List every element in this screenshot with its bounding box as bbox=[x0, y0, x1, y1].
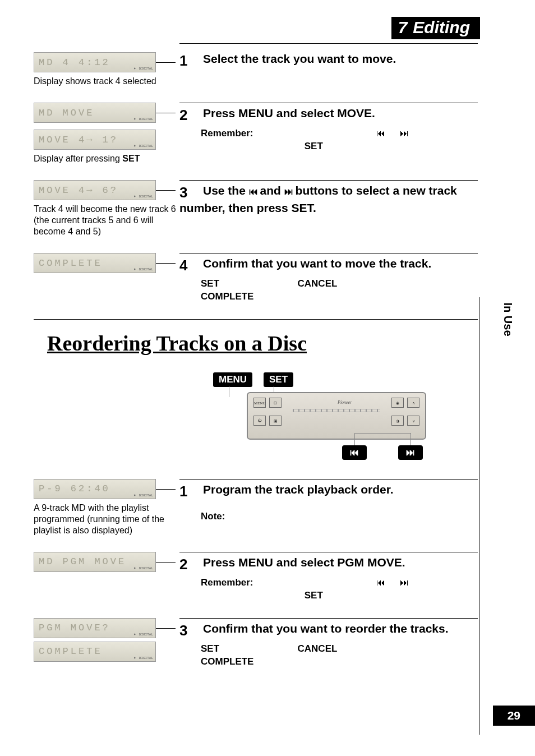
note-label: Note: bbox=[201, 511, 225, 522]
set-label: SET bbox=[305, 590, 323, 601]
set-callout: SET bbox=[264, 372, 293, 387]
lcd-text: COMPLETE bbox=[39, 258, 103, 269]
remote-button: ◉ bbox=[391, 398, 404, 408]
step-title: Confirm that you want to reorder the tra… bbox=[203, 622, 449, 635]
step-row: PGM MOVE? DIGITAL COMPLETE DIGITAL 3 Con… bbox=[34, 618, 478, 669]
step-title: Press MENU and select PGM MOVE. bbox=[203, 556, 405, 569]
step-title: Select the track you want to move. bbox=[203, 52, 396, 65]
remote-segment-bar bbox=[293, 409, 380, 412]
remote-menu-button: MENU bbox=[253, 398, 266, 408]
step-row: MD MOVE DIGITAL MOVE 4→ 1? DIGITAL Displ… bbox=[34, 103, 478, 164]
set-label: SET bbox=[305, 141, 323, 151]
complete-label: COMPLETE bbox=[201, 656, 253, 667]
lcd-display: MOVE 4→ 6? DIGITAL bbox=[34, 180, 156, 200]
side-label: In Use bbox=[501, 302, 514, 336]
step-number: 2 bbox=[179, 107, 201, 124]
digital-badge: DIGITAL bbox=[133, 631, 153, 637]
digital-badge: DIGITAL bbox=[133, 266, 153, 271]
next-track-icon: ⏭ bbox=[400, 578, 408, 587]
lcd-caption: Track 4 will become the new track 6 (the… bbox=[34, 204, 179, 237]
step-number: 3 bbox=[179, 622, 201, 639]
digital-badge: DIGITAL bbox=[133, 193, 153, 199]
step-row: MD 4 4:12 DIGITAL Display shows track 4 … bbox=[34, 52, 478, 87]
page-number: 29 bbox=[493, 706, 535, 726]
set-label: SET bbox=[201, 643, 219, 654]
prev-callout: ⏮ bbox=[342, 445, 367, 460]
step-number: 4 bbox=[179, 257, 201, 274]
lcd-text: MD 4 4:12 bbox=[39, 57, 110, 68]
remote-down-button: ∨ bbox=[407, 416, 419, 426]
step-title: Program the track playback order. bbox=[203, 483, 394, 496]
remote-power-button: ⏻ bbox=[253, 416, 266, 426]
brand-label: Pioneer bbox=[338, 400, 352, 405]
page-content: MD 4 4:12 DIGITAL Display shows track 4 … bbox=[0, 0, 478, 669]
chapter-title: Editing bbox=[413, 18, 470, 36]
remember-label: Remember: bbox=[201, 577, 253, 588]
step-row: MD PGM MOVE DIGITAL 2 Press MENU and sel… bbox=[34, 552, 478, 602]
digital-badge: DIGITAL bbox=[133, 655, 153, 660]
section-title: Reordering Tracks on a Disc bbox=[47, 331, 478, 356]
digital-badge: DIGITAL bbox=[133, 116, 153, 121]
step-title: Confirm that you want to move the track. bbox=[203, 257, 431, 270]
lcd-display: MD 4 4:12 DIGITAL bbox=[34, 52, 156, 72]
lcd-display: P-9 62:40 DIGITAL bbox=[34, 479, 156, 499]
step-title: Press MENU and select MOVE. bbox=[203, 107, 375, 119]
complete-label: COMPLETE bbox=[201, 291, 253, 302]
lcd-display: MOVE 4→ 1? DIGITAL bbox=[34, 130, 156, 150]
lcd-text: COMPLETE bbox=[39, 646, 103, 657]
step-row: COMPLETE DIGITAL 4 Confirm that you want… bbox=[34, 253, 478, 303]
step-row: MOVE 4→ 6? DIGITAL Track 4 will become t… bbox=[34, 180, 478, 237]
digital-badge: DIGITAL bbox=[133, 565, 153, 570]
remote-illustration: MENU SET MENU ⊡ ⏻ ▣ ◉ ∧ ◑ ∨ Pioneer ⏮ ⏭ bbox=[213, 372, 437, 462]
step-number: 2 bbox=[179, 556, 201, 573]
rule bbox=[179, 43, 478, 44]
lcd-caption: Display shows track 4 selected bbox=[34, 76, 179, 87]
prev-track-icon: ⏮ bbox=[249, 187, 257, 196]
digital-badge: DIGITAL bbox=[133, 143, 153, 148]
digital-badge: DIGITAL bbox=[133, 492, 153, 497]
side-tab: In Use bbox=[479, 297, 535, 735]
next-track-icon: ⏭ bbox=[400, 128, 408, 138]
set-label: SET bbox=[201, 278, 219, 289]
digital-badge: DIGITAL bbox=[133, 66, 153, 71]
lcd-text: P-9 62:40 bbox=[39, 483, 110, 494]
lcd-display: MD MOVE DIGITAL bbox=[34, 103, 156, 123]
cancel-label: CANCEL bbox=[298, 278, 338, 289]
remember-label: Remember: bbox=[201, 128, 253, 139]
remote-button: ▣ bbox=[269, 416, 282, 426]
next-track-icon: ⏭ bbox=[284, 187, 292, 196]
step-number: 1 bbox=[179, 52, 201, 70]
step-title: Use the ⏮ and ⏭ buttons to select a new … bbox=[179, 184, 457, 214]
step-number: 1 bbox=[179, 483, 201, 500]
lcd-caption: A 9-track MD with the playlist programme… bbox=[34, 503, 179, 536]
prev-track-icon: ⏮ bbox=[376, 128, 384, 138]
menu-callout: MENU bbox=[213, 372, 252, 387]
rule bbox=[34, 319, 478, 320]
lcd-display: COMPLETE DIGITAL bbox=[34, 642, 156, 662]
lcd-caption: Display after pressing SET bbox=[34, 153, 179, 164]
remote-up-button: ∧ bbox=[407, 398, 419, 408]
lcd-display: PGM MOVE? DIGITAL bbox=[34, 618, 156, 638]
remote-button: ◑ bbox=[391, 416, 404, 426]
lcd-text: MD MOVE bbox=[39, 108, 94, 118]
chapter-tab: 7Editing bbox=[391, 17, 480, 39]
lcd-display: MD PGM MOVE DIGITAL bbox=[34, 552, 156, 572]
next-callout: ⏭ bbox=[398, 445, 423, 460]
lcd-text: MOVE 4→ 1? bbox=[39, 135, 118, 145]
lcd-display: COMPLETE DIGITAL bbox=[34, 253, 156, 273]
lcd-text: PGM MOVE? bbox=[39, 623, 110, 633]
step-row: P-9 62:40 DIGITAL A 9-track MD with the … bbox=[34, 479, 478, 536]
cancel-label: CANCEL bbox=[298, 643, 338, 654]
prev-track-icon: ⏮ bbox=[376, 578, 384, 587]
lcd-text: MD PGM MOVE bbox=[39, 556, 126, 567]
chapter-number: 7 bbox=[398, 18, 408, 36]
lcd-text: MOVE 4→ 6? bbox=[39, 185, 118, 196]
step-number: 3 bbox=[179, 184, 201, 201]
remote-set-button: ⊡ bbox=[269, 398, 282, 408]
